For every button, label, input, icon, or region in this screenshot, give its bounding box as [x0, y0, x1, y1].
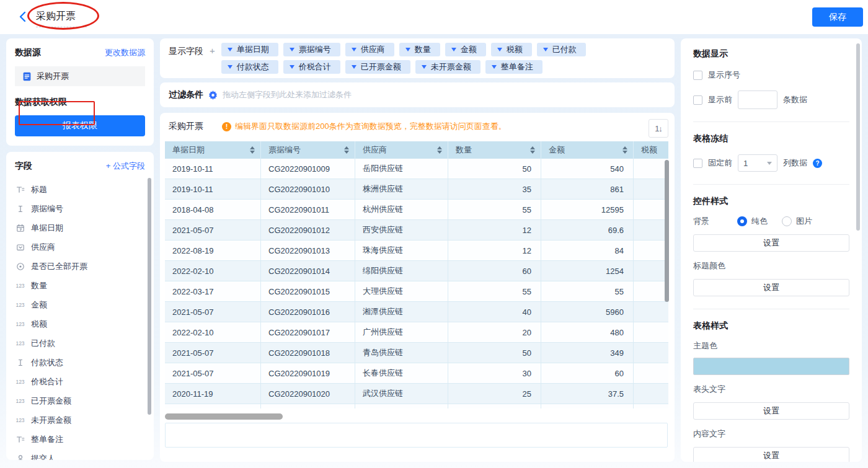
back-icon[interactable]	[17, 11, 29, 23]
table-row[interactable]: 2019-10-11CG20220901009岳阳供应链50540	[165, 159, 668, 179]
page-title[interactable]: 采购开票	[36, 10, 87, 27]
cols-suffix-label: 列数据	[783, 157, 807, 169]
theme-color-swatch[interactable]	[693, 358, 849, 375]
table-cell: 岳阳供应链	[355, 159, 448, 179]
row-count-input[interactable]	[738, 91, 777, 109]
report-permission-button[interactable]: 报表权限	[15, 115, 145, 136]
change-datasource-link[interactable]: 更改数据源	[105, 47, 145, 58]
display-field-chip[interactable]: 数量	[399, 43, 440, 56]
background-set-button[interactable]: 设置	[693, 234, 849, 252]
table-row[interactable]: 2022-03-17CG20220901015大理供应链5555	[165, 281, 668, 302]
column-header-label: 供应商	[363, 144, 387, 156]
table-cell: 1254	[541, 261, 634, 281]
column-header[interactable]: 税额	[634, 141, 668, 159]
column-header[interactable]: 数量	[448, 141, 541, 159]
table-row[interactable]: 2021-05-07CG20220901018青岛供应链50349	[165, 343, 668, 363]
warning-text: 编辑界面只取数据源前200条作为查询数据预览，完整数据请访问页面查看。	[235, 121, 507, 132]
chevron-down-icon	[290, 65, 294, 69]
table-cell: CG20220901012	[261, 220, 355, 240]
table-cell: CG20220901020	[261, 384, 355, 404]
sort-icon[interactable]	[622, 146, 627, 154]
display-field-chip[interactable]: 单据日期	[221, 43, 278, 56]
table-cell	[634, 302, 668, 322]
image-radio[interactable]	[782, 216, 792, 226]
field-item[interactable]: 123税额	[15, 314, 145, 333]
table-cell: 2019-10-11	[165, 159, 261, 179]
show-index-checkbox[interactable]	[693, 71, 702, 80]
sort-icon[interactable]	[437, 146, 442, 154]
table-row[interactable]: 2020-11-19CG20220901020武汉供应链2537.5	[165, 384, 668, 404]
field-item[interactable]: 123未开票金额	[15, 410, 145, 430]
display-field-chip[interactable]: 已开票金额	[345, 60, 410, 74]
table-row[interactable]: 2022-08-19CG20220901013珠海供应链1284	[165, 241, 668, 261]
field-item[interactable]: 付款状态	[15, 353, 145, 372]
help-icon[interactable]	[813, 159, 822, 168]
settings-scrollbar[interactable]	[856, 43, 860, 231]
table-cell: CG20220901010	[261, 179, 355, 199]
display-field-chip[interactable]: 已付款	[537, 43, 586, 56]
display-field-chip-label: 未开票金额	[431, 61, 471, 73]
column-header[interactable]: 金额	[541, 141, 634, 159]
content-text-set-button[interactable]: 设置	[693, 447, 849, 462]
fields-panel: 字段 + 公式字段 标题票据编号单据日期供应商是否已全部开票123数量123金额…	[6, 152, 154, 460]
show-first-checkbox[interactable]	[693, 95, 702, 105]
add-formula-field-link[interactable]: + 公式字段	[106, 161, 145, 172]
table-row[interactable]: 2021-05-07CG20220901016湘潭供应链405960	[165, 302, 668, 322]
fields-scrollbar[interactable]	[148, 178, 151, 415]
sort-order-button[interactable]: 1↓	[649, 119, 668, 138]
text-icon	[15, 205, 25, 213]
sort-icon[interactable]	[250, 146, 255, 154]
background-label: 背景	[693, 216, 732, 227]
gear-icon[interactable]	[208, 91, 218, 100]
horizontal-scrollbar[interactable]	[165, 413, 283, 420]
table-cell: CG20220901011	[261, 200, 355, 219]
display-field-chip[interactable]: 整单备注	[485, 60, 542, 74]
field-item[interactable]: 整单备注	[15, 430, 145, 449]
field-item[interactable]: 标题	[15, 180, 145, 199]
column-header[interactable]: 票据编号	[261, 141, 355, 159]
display-field-chip[interactable]: 付款状态	[221, 60, 278, 74]
field-item[interactable]: 供应商	[15, 237, 145, 257]
field-item[interactable]: 123价税合计	[15, 372, 145, 391]
table-row[interactable]: 2018-04-08CG20220901011杭州供应链5512595	[165, 200, 668, 220]
sort-desc-icon	[344, 151, 349, 154]
table-row[interactable]: 2019-10-11CG20220901010株洲供应链35861	[165, 179, 668, 200]
fix-columns-checkbox[interactable]	[693, 159, 702, 168]
field-item[interactable]: 123数量	[15, 276, 145, 295]
field-item[interactable]: 123金额	[15, 295, 145, 314]
sort-icon[interactable]	[530, 146, 535, 154]
divider	[693, 184, 849, 185]
display-field-chip[interactable]: 价税合计	[283, 60, 340, 74]
table-row[interactable]: 2022-02-10CG20220901014绵阳供应链601254	[165, 261, 668, 281]
display-field-chip[interactable]: 金额	[445, 43, 486, 56]
table-cell: 绵阳供应链	[355, 261, 448, 281]
display-field-chip[interactable]: 供应商	[345, 43, 394, 56]
fix-columns-select[interactable]: 1	[738, 154, 777, 172]
datasource-item[interactable]: 采购开票	[15, 66, 145, 86]
header-text-set-button[interactable]: 设置	[693, 402, 849, 420]
field-item[interactable]: 单据日期	[15, 218, 145, 237]
field-item[interactable]: 是否已全部开票	[15, 257, 145, 276]
display-field-chip[interactable]: 票据编号	[283, 43, 340, 56]
solid-color-radio[interactable]	[737, 216, 747, 226]
field-item[interactable]: 123已开票金额	[15, 391, 145, 410]
field-item[interactable]: 提交人	[15, 449, 145, 460]
table-row[interactable]: 2021-05-07CG20220901019长春供应链3060	[165, 363, 668, 384]
table-row[interactable]: 2022-02-10CG20220901017广州供应链20480	[165, 322, 668, 343]
table-row[interactable]: 2021-05-07CG20220901012西安供应链1269.6	[165, 220, 668, 241]
display-field-chip[interactable]: 未开票金额	[415, 60, 480, 74]
column-header[interactable]: 供应商	[355, 141, 448, 159]
add-display-field-button[interactable]: +	[210, 43, 215, 74]
sort-icon[interactable]	[344, 146, 349, 154]
save-button[interactable]: 保存	[812, 7, 863, 27]
table-vertical-scrollbar[interactable]	[665, 160, 669, 302]
field-item[interactable]: 票据编号	[15, 199, 145, 218]
display-field-row: 付款状态价税合计已开票金额未开票金额整单备注	[221, 60, 586, 74]
field-item[interactable]: 123已付款	[15, 333, 145, 353]
table-cell	[634, 363, 668, 383]
column-header[interactable]: 单据日期	[165, 141, 261, 159]
display-field-chip-label: 付款状态	[237, 61, 269, 73]
column-header-label: 单据日期	[172, 144, 205, 156]
display-field-chip[interactable]: 税额	[491, 43, 532, 56]
title-color-set-button[interactable]: 设置	[693, 279, 849, 296]
